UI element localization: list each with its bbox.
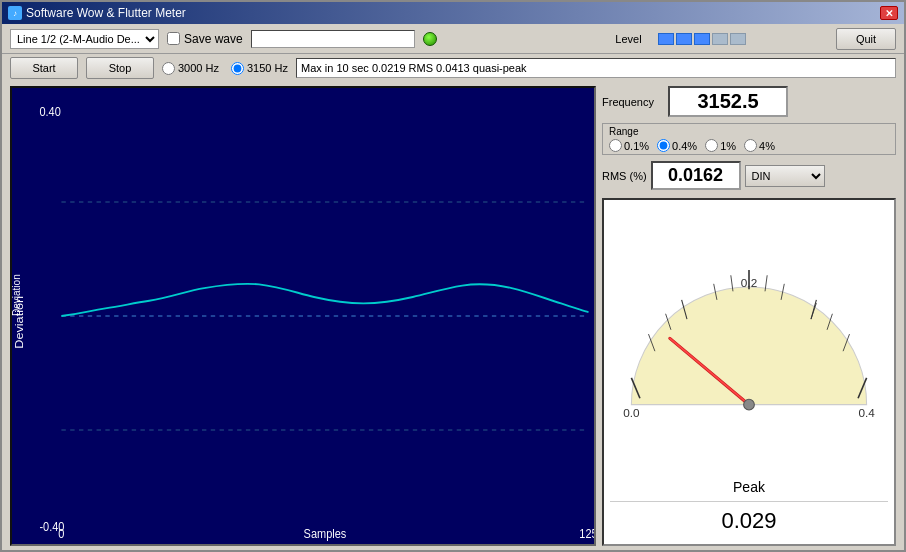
range-1-label: 1% — [720, 140, 736, 152]
app-icon: ♪ — [8, 6, 22, 20]
range-options: 0.1% 0.4% 1% 4% — [609, 139, 889, 152]
range-title: Range — [609, 126, 889, 137]
main-content: Deviation Deviation 0.40 -0.40 0 — [2, 82, 904, 550]
range-1-radio[interactable] — [705, 139, 718, 152]
info-text: Max in 10 sec 0.0219 RMS 0.0413 quasi-pe… — [301, 62, 527, 74]
range-0-1[interactable]: 0.1% — [609, 139, 649, 152]
peak-label: Peak — [733, 479, 765, 495]
svg-text:Samples: Samples — [304, 526, 347, 541]
level-bar-4 — [712, 33, 728, 45]
range-4-label: 4% — [759, 140, 775, 152]
title-bar: ♪ Software Wow & Flutter Meter ✕ — [2, 2, 904, 24]
title-bar-left: ♪ Software Wow & Flutter Meter — [8, 6, 186, 20]
toolbar: Line 1/2 (2-M-Audio De... Save wave Leve… — [2, 24, 904, 54]
svg-text:0.0: 0.0 — [623, 406, 640, 419]
title-text: Software Wow & Flutter Meter — [26, 6, 186, 20]
level-bar-3 — [694, 33, 710, 45]
app-window: ♪ Software Wow & Flutter Meter ✕ Line 1/… — [0, 0, 906, 552]
y-axis-label: Deviation — [11, 274, 22, 316]
svg-text:0.4: 0.4 — [858, 406, 875, 419]
chart-container: Deviation Deviation 0.40 -0.40 0 — [10, 86, 596, 546]
range-0-1-label: 0.1% — [624, 140, 649, 152]
chart-svg: Deviation 0.40 -0.40 0 Samples 125 — [12, 88, 594, 544]
svg-text:0.40: 0.40 — [39, 104, 61, 119]
rms-display: 0.0162 — [651, 161, 741, 190]
info-display: Max in 10 sec 0.0219 RMS 0.0413 quasi-pe… — [296, 58, 896, 78]
meter-gauge: 0.0 0.2 0.4 — [610, 206, 888, 475]
frequency-display: 3152.5 — [668, 86, 788, 117]
range-0-4[interactable]: 0.4% — [657, 139, 697, 152]
right-panel: Frequency 3152.5 Range 0.1% 0.4% — [596, 86, 896, 546]
freq-3150-label: 3150 Hz — [247, 62, 288, 74]
meter-panel: 0.0 0.2 0.4 — [602, 198, 896, 546]
freq-3000-option[interactable]: 3000 Hz — [162, 62, 219, 75]
freq-3150-option[interactable]: 3150 Hz — [231, 62, 288, 75]
rms-row: RMS (%) 0.0162 DIN IEC NAB — [602, 161, 896, 190]
frequency-label: Frequency — [602, 96, 662, 108]
input-device-select[interactable]: Line 1/2 (2-M-Audio De... — [10, 29, 159, 49]
range-1[interactable]: 1% — [705, 139, 736, 152]
stop-button[interactable]: Stop — [86, 57, 154, 79]
din-select[interactable]: DIN IEC NAB — [745, 165, 825, 187]
status-led — [423, 32, 437, 46]
controls-row: Start Stop 3000 Hz 3150 Hz Max in 10 sec… — [2, 54, 904, 82]
range-0-1-radio[interactable] — [609, 139, 622, 152]
svg-point-28 — [744, 399, 755, 410]
start-button[interactable]: Start — [10, 57, 78, 79]
close-button[interactable]: ✕ — [880, 6, 898, 20]
level-label: Level — [615, 33, 641, 45]
save-wave-checkbox-row: Save wave — [167, 32, 243, 46]
svg-text:0: 0 — [58, 526, 64, 541]
progress-bar — [251, 30, 415, 48]
save-wave-label: Save wave — [184, 32, 243, 46]
frequency-row: Frequency 3152.5 — [602, 86, 896, 117]
range-4-radio[interactable] — [744, 139, 757, 152]
frequency-radio-row: 3000 Hz 3150 Hz — [162, 62, 288, 75]
save-wave-checkbox[interactable] — [167, 32, 180, 45]
level-bar-5 — [730, 33, 746, 45]
peak-value: 0.029 — [721, 504, 776, 538]
range-4[interactable]: 4% — [744, 139, 775, 152]
freq-3150-radio[interactable] — [231, 62, 244, 75]
quit-button[interactable]: Quit — [836, 28, 896, 50]
rms-label: RMS (%) — [602, 170, 647, 182]
range-0-4-label: 0.4% — [672, 140, 697, 152]
left-panel: Deviation Deviation 0.40 -0.40 0 — [10, 86, 596, 546]
freq-3000-radio[interactable] — [162, 62, 175, 75]
peak-divider — [610, 501, 888, 502]
range-group: Range 0.1% 0.4% 1% — [602, 123, 896, 155]
freq-3000-label: 3000 Hz — [178, 62, 219, 74]
level-bar-1 — [658, 33, 674, 45]
range-0-4-radio[interactable] — [657, 139, 670, 152]
level-bar-2 — [676, 33, 692, 45]
svg-text:125: 125 — [579, 526, 594, 541]
level-bars — [658, 32, 820, 46]
